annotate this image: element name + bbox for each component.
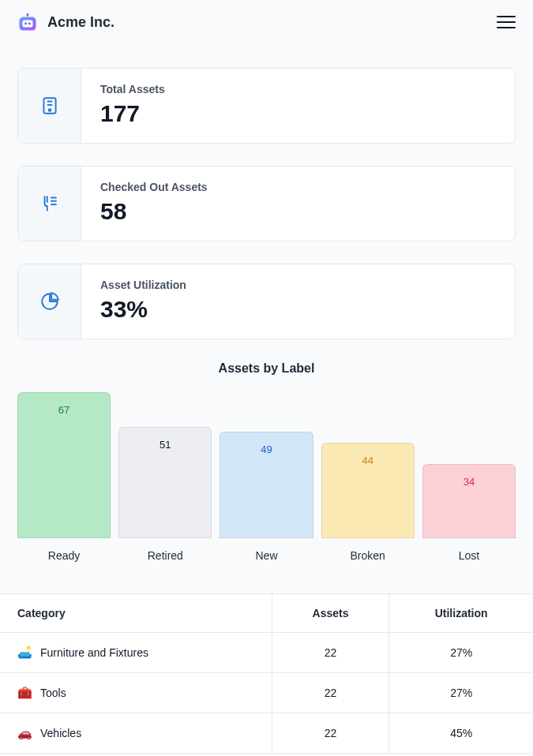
assets-by-label-chart: Assets by Label 6751494434 ReadyRetiredN… xyxy=(0,347,533,578)
chart-xlabel: Retired xyxy=(118,549,212,562)
chart-bar: 44 xyxy=(321,443,415,538)
svg-point-2 xyxy=(24,23,27,25)
table-row[interactable]: 🧰Tools2227% xyxy=(0,673,533,713)
chart-bar-value: 44 xyxy=(321,443,415,538)
chart-xlabel: Lost xyxy=(422,549,516,562)
stat-card-utilization: Asset Utilization 33% xyxy=(17,264,516,339)
stat-label: Total Assets xyxy=(100,83,165,95)
stat-label: Asset Utilization xyxy=(100,279,186,291)
table-header-assets: Assets xyxy=(272,594,389,633)
server-icon xyxy=(18,69,81,143)
svg-rect-4 xyxy=(27,13,28,17)
cell-assets: 22 xyxy=(272,633,389,673)
tool-icon xyxy=(18,167,81,241)
chart-xlabel: Broken xyxy=(321,549,415,562)
menu-icon[interactable] xyxy=(497,15,516,29)
stat-label: Checked Out Assets xyxy=(100,181,208,193)
stat-value: 58 xyxy=(100,198,208,225)
table-header-utilization: Utilization xyxy=(389,594,533,633)
brand[interactable]: Acme Inc. xyxy=(17,12,114,32)
chart-bar: 51 xyxy=(118,427,212,538)
category-name: Tools xyxy=(40,687,66,699)
logo-icon xyxy=(17,12,38,32)
chart-bar-value: 49 xyxy=(220,432,313,538)
chart-xlabel: Ready xyxy=(17,549,111,562)
svg-point-3 xyxy=(28,23,31,25)
chart-bar-value: 67 xyxy=(17,392,111,538)
cell-utilization: 27% xyxy=(389,633,533,673)
category-icon: 🛋️ xyxy=(17,646,32,660)
cell-utilization: 27% xyxy=(389,673,533,713)
chart-title: Assets by Label xyxy=(17,361,516,376)
category-table: Category Assets Utilization 🛋️Furniture … xyxy=(0,593,533,754)
stat-card-total-assets: Total Assets 177 xyxy=(17,68,516,144)
chart-bar: 67 xyxy=(17,392,111,538)
category-name: Vehicles xyxy=(40,727,81,739)
brand-name: Acme Inc. xyxy=(47,14,114,31)
stat-value: 33% xyxy=(100,296,186,323)
cell-utilization: 45% xyxy=(389,713,533,754)
category-name: Furniture and Fixtures xyxy=(40,646,148,659)
table-header-category: Category xyxy=(0,594,272,633)
stat-value: 177 xyxy=(100,100,165,127)
chart-bar: 34 xyxy=(422,464,516,538)
chart-bar-value: 34 xyxy=(422,464,516,538)
stat-card-checked-out: Checked Out Assets 58 xyxy=(17,166,516,241)
category-icon: 🚗 xyxy=(17,726,32,740)
chart-bar: 49 xyxy=(220,432,313,538)
category-icon: 🧰 xyxy=(17,686,32,700)
chart-xlabel: New xyxy=(220,549,313,562)
chart-bar-value: 51 xyxy=(118,427,212,538)
table-row[interactable]: 🛋️Furniture and Fixtures2227% xyxy=(0,633,533,673)
svg-point-11 xyxy=(48,109,51,111)
table-row[interactable]: 🚗Vehicles2245% xyxy=(0,713,533,754)
svg-rect-1 xyxy=(23,21,33,28)
cell-assets: 22 xyxy=(272,713,389,754)
pie-chart-icon xyxy=(18,264,81,339)
cell-assets: 22 xyxy=(272,673,389,713)
